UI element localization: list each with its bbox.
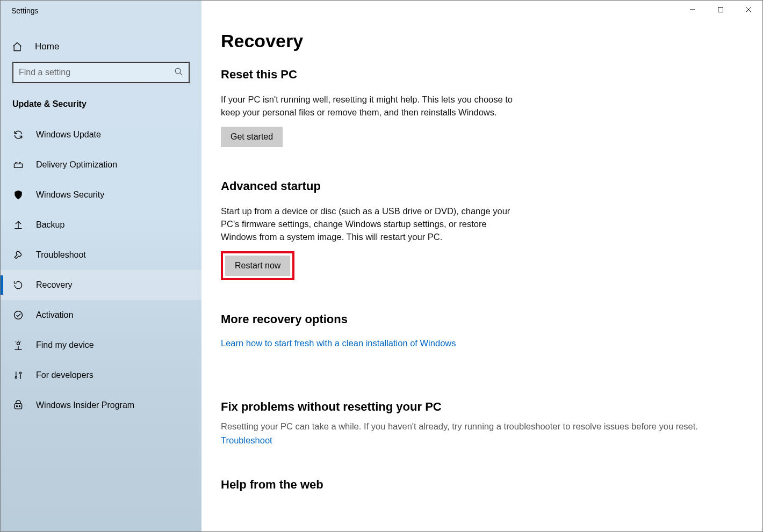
developer-icon	[12, 370, 24, 381]
restart-highlight: Restart now	[221, 251, 294, 280]
sidebar: Settings Home Update & Security Wind	[1, 1, 201, 531]
sidebar-item-troubleshoot[interactable]: Troubleshoot	[1, 240, 201, 270]
svg-point-0	[175, 68, 181, 74]
wrench-icon	[12, 250, 24, 260]
sidebar-item-label: Troubleshoot	[24, 250, 86, 260]
svg-line-1	[180, 72, 182, 75]
recovery-icon	[12, 280, 24, 290]
sidebar-item-delivery-optimization[interactable]: Delivery Optimization	[1, 150, 201, 180]
refresh-icon	[12, 129, 24, 140]
svg-point-6	[17, 342, 20, 345]
svg-point-13	[19, 406, 20, 407]
sidebar-item-windows-security[interactable]: Windows Security	[1, 180, 201, 210]
titlebar: Settings	[1, 1, 201, 21]
location-icon	[12, 340, 24, 351]
window-title: Settings	[1, 6, 39, 15]
sidebar-item-label: Delivery Optimization	[24, 160, 117, 170]
check-circle-icon	[12, 310, 24, 320]
sidebar-item-label: Backup	[24, 220, 64, 230]
sidebar-item-find-my-device[interactable]: Find my device	[1, 330, 201, 360]
fix-desc: Resetting your PC can take a while. If y…	[221, 420, 743, 433]
close-button[interactable]	[735, 1, 762, 19]
svg-point-10	[20, 372, 21, 374]
get-started-button[interactable]: Get started	[221, 127, 283, 147]
sidebar-item-windows-update[interactable]: Windows Update	[1, 120, 201, 150]
sidebar-home[interactable]: Home	[1, 32, 201, 62]
sidebar-category: Update & Security	[1, 99, 201, 109]
sidebar-nav: Windows Update Delivery Optimization Win…	[1, 120, 201, 420]
sidebar-item-label: Windows Security	[24, 190, 104, 200]
fresh-install-link[interactable]: Learn how to start fresh with a clean in…	[221, 338, 456, 348]
sidebar-home-label: Home	[23, 41, 59, 52]
restart-now-button[interactable]: Restart now	[225, 256, 290, 276]
search-input[interactable]	[19, 68, 174, 77]
backup-icon	[12, 220, 24, 230]
svg-point-12	[17, 406, 18, 407]
sidebar-item-label: For developers	[24, 370, 93, 380]
advanced-desc: Start up from a device or disc (such as …	[221, 205, 522, 244]
sidebar-item-label: Find my device	[24, 340, 94, 350]
sidebar-item-backup[interactable]: Backup	[1, 210, 201, 240]
search-icon	[174, 67, 183, 78]
svg-rect-11	[15, 404, 21, 409]
more-heading: More recovery options	[221, 312, 743, 326]
shield-icon	[12, 190, 24, 200]
reset-desc: If your PC isn't running well, resetting…	[221, 93, 522, 119]
svg-point-8	[15, 377, 17, 378]
fix-heading: Fix problems without resetting your PC	[221, 400, 743, 414]
sidebar-item-activation[interactable]: Activation	[1, 300, 201, 330]
insider-icon	[12, 400, 24, 411]
main-content: Recovery Reset this PC If your PC isn't …	[201, 1, 762, 531]
sidebar-item-label: Activation	[24, 310, 73, 320]
sidebar-item-insider[interactable]: Windows Insider Program	[1, 390, 201, 420]
maximize-button[interactable]	[707, 1, 735, 19]
troubleshoot-link[interactable]: Troubleshoot	[221, 435, 272, 445]
svg-rect-15	[718, 8, 723, 12]
sidebar-item-label: Windows Update	[24, 130, 101, 140]
delivery-icon	[12, 159, 24, 170]
page-title: Recovery	[221, 31, 743, 52]
window-controls	[679, 1, 762, 19]
sidebar-item-recovery[interactable]: Recovery	[1, 270, 201, 300]
home-icon	[11, 41, 23, 52]
sidebar-item-for-developers[interactable]: For developers	[1, 360, 201, 390]
sidebar-item-label: Windows Insider Program	[24, 400, 134, 410]
search-box[interactable]	[12, 62, 190, 83]
sidebar-item-label: Recovery	[24, 280, 73, 290]
minimize-button[interactable]	[679, 1, 707, 19]
help-heading: Help from the web	[221, 478, 743, 492]
svg-rect-2	[15, 164, 23, 167]
reset-heading: Reset this PC	[221, 68, 743, 82]
advanced-heading: Advanced startup	[221, 179, 743, 193]
svg-point-5	[15, 311, 23, 319]
